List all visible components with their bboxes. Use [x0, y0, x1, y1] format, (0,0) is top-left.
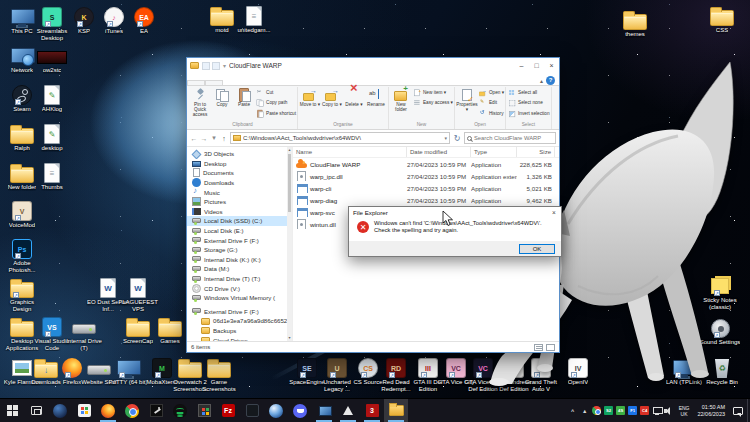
nav-documents[interactable]: Documents	[187, 168, 287, 178]
ok-button[interactable]: OK	[519, 244, 555, 254]
icon-thumbs[interactable]: ≡ ↗ Thumbs	[30, 159, 74, 191]
maximize-button[interactable]: □	[529, 58, 544, 73]
pinned-filezilla[interactable]: Fz	[216, 399, 240, 422]
ribbon-button[interactable]: Pin to Quick access	[189, 87, 211, 117]
pinned-app-sphere[interactable]	[264, 399, 288, 422]
ribbon-button[interactable]: New folder	[390, 87, 412, 112]
icon-game-screenshots[interactable]: ↗ Game Screenshots	[197, 354, 241, 392]
action-center-button[interactable]	[729, 399, 747, 422]
scrollbar-thumb[interactable]	[288, 154, 291, 212]
minimize-button[interactable]: –	[514, 58, 529, 73]
nav-internal-k[interactable]: Internal Disk (K:) (K:)	[187, 255, 287, 265]
search-box[interactable]	[464, 132, 556, 144]
file-warp-ipc-dll[interactable]: warp_ipc.dll 27/04/2023 10:59 PM Applica…	[293, 170, 559, 182]
ribbon-button[interactable]: Move to ▾	[299, 87, 321, 107]
nav-downloads[interactable]: Downloads	[187, 178, 287, 188]
forward-button[interactable]: →	[200, 135, 208, 142]
icon-plaguefest-doc[interactable]: W ↗ PLAGUEFEST VPS	[116, 274, 160, 312]
search-input[interactable]	[474, 135, 553, 141]
ribbon-button[interactable]: Copy	[211, 87, 233, 117]
pinned-spotify[interactable]	[168, 399, 192, 422]
details-view-button[interactable]	[534, 344, 543, 351]
tray-app-green-1[interactable]: S2	[603, 406, 615, 415]
pinned-firefox[interactable]	[96, 399, 120, 422]
tray-volume[interactable]	[663, 406, 675, 415]
tray-app-triangle[interactable]: ▲	[579, 406, 591, 415]
tray-chrome[interactable]	[591, 406, 603, 415]
ribbon-tab[interactable]	[223, 81, 239, 85]
tray-app-green-2[interactable]: 4S	[615, 406, 627, 415]
running-file-explorer[interactable]	[384, 399, 408, 422]
ribbon-button[interactable]: Rename	[365, 87, 387, 107]
icon-sticky-notes[interactable]: ↗ Sticky Notes (classic)	[698, 272, 742, 310]
nav-backups[interactable]: Backups	[187, 326, 287, 336]
nav-local-disk-e[interactable]: Local Disk (E:)	[187, 226, 287, 236]
nav-3d-objects[interactable]: 3D Objects	[187, 149, 287, 159]
ribbon-small-button[interactable]: Copy path	[256, 98, 296, 109]
nav-win-virtual-memory[interactable]: Windows Virtual Memory (	[187, 293, 287, 303]
icon-graphics-design[interactable]: ↗ Graphics Design	[0, 274, 44, 312]
icon-unitedgam[interactable]: ≡ ↗ unitedgam...	[232, 2, 276, 34]
icon-internal-drive-t[interactable]: ↗ Internal Drive (T)	[62, 313, 106, 351]
tray-app-blue[interactable]: F1	[627, 406, 639, 415]
nav-pictures[interactable]: Pictures	[187, 197, 287, 207]
icon-openiv[interactable]: IV ↗ OpenIV	[556, 354, 600, 386]
address-dropdown-icon[interactable]: ▾	[444, 135, 447, 141]
ribbon-small-button[interactable]: Select all	[508, 87, 550, 98]
icon-css[interactable]: ↗ CSS	[700, 2, 744, 34]
icon-ow2stc[interactable]: ↗ ow2stc	[30, 42, 74, 74]
nav-videos[interactable]: Videos	[187, 207, 287, 217]
pinned-app-dark[interactable]	[240, 399, 264, 422]
nav-data-m[interactable]: Data (M:)	[187, 264, 287, 274]
running-app-red3[interactable]: 3	[360, 399, 384, 422]
icon-ea[interactable]: EA ↗ EA	[122, 3, 166, 35]
close-button[interactable]: ×	[544, 58, 559, 73]
nav-local-disk-c[interactable]: Local Disk (SSD) (C:)	[187, 216, 287, 226]
ribbon-button[interactable]: Paste	[233, 87, 255, 117]
nav-cd-v[interactable]: CD Drive (V:)	[187, 283, 287, 293]
tray-network[interactable]	[651, 406, 663, 415]
file-warp-diag[interactable]: warp-diag 27/04/2023 10:59 PM Applicatio…	[293, 194, 559, 206]
pinned-chrome[interactable]	[120, 399, 144, 422]
icon-themes[interactable]: ↗ themes	[613, 6, 657, 38]
ribbon-small-button[interactable]: Paste shortcut	[256, 108, 296, 119]
recent-locations-dropdown-icon[interactable]: ▾	[210, 134, 218, 142]
icon-recycle-bin[interactable]: ♻ ↗ Recycle Bin	[700, 354, 744, 386]
icon-photoshop[interactable]: Ps ↗ Adobe Photosh...	[0, 235, 44, 273]
language-indicator[interactable]: ENG UK	[675, 399, 694, 422]
ribbon-button[interactable]: Properties ▾	[456, 87, 478, 112]
ribbon-small-button[interactable]: Invert selection	[508, 108, 550, 119]
ribbon-small-button[interactable]: History	[479, 108, 504, 119]
pinned-app-store[interactable]	[72, 399, 96, 422]
file-cloudflare-warp[interactable]: CloudFlare WARP 27/04/2023 10:59 PM Appl…	[293, 158, 559, 170]
nav-internal-t[interactable]: Internal Drive (T) (T:)	[187, 274, 287, 284]
refresh-button[interactable]: ↻	[452, 134, 462, 143]
task-view-button[interactable]	[24, 399, 48, 422]
back-button[interactable]: ←	[190, 135, 198, 142]
nav-desktop[interactable]: Desktop	[187, 159, 287, 169]
column-header-date-modified[interactable]: Date modified	[407, 147, 471, 157]
column-header-name[interactable]: Name	[293, 147, 407, 157]
column-header-size[interactable]: Size	[517, 147, 555, 157]
thumbnail-view-button[interactable]	[546, 344, 555, 351]
ribbon-tab[interactable]	[187, 80, 205, 85]
ribbon-button[interactable]: Copy to ▾	[321, 87, 343, 107]
help-icon[interactable]: ?	[546, 76, 555, 85]
pinned-discord[interactable]	[288, 399, 312, 422]
nav-external-f[interactable]: External Drive F (F:)	[187, 235, 287, 245]
nav-external-f-2[interactable]: External Drive F (F:)	[187, 307, 287, 317]
scroll-up-icon[interactable]: ▴	[288, 147, 290, 153]
dialog-title-bar[interactable]: File Explorer ×	[349, 207, 561, 218]
start-button[interactable]	[0, 399, 24, 422]
nav-cloud-drives[interactable]: Cloud Drives	[187, 335, 287, 341]
running-app-triangle[interactable]	[336, 399, 360, 422]
ribbon-tab[interactable]	[205, 80, 223, 85]
icon-sound-settings[interactable]: ↗ Sound Settings	[698, 314, 742, 346]
taskbar-clock[interactable]: 01:50 AM 22/06/2023	[693, 399, 729, 422]
ribbon-small-button[interactable]: Select none	[508, 98, 550, 109]
ribbon-small-button[interactable]: Easy access ▾	[413, 98, 453, 109]
running-app-putty[interactable]	[312, 399, 336, 422]
column-header-type[interactable]: Type	[471, 147, 517, 157]
dialog-close-button[interactable]: ×	[547, 207, 561, 218]
tray-app-red[interactable]: C4	[639, 406, 651, 415]
